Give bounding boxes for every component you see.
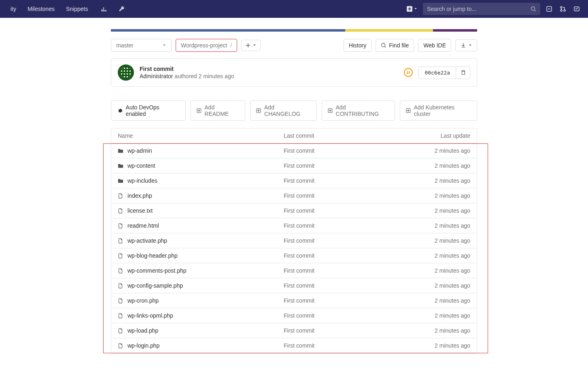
svg-point-7	[382, 43, 385, 47]
svg-rect-10	[462, 71, 465, 75]
nav-milestones[interactable]: Milestones	[23, 3, 59, 15]
plus-square-icon	[197, 108, 202, 113]
folder-icon	[118, 163, 123, 169]
branch-selector[interactable]: master	[111, 39, 172, 52]
commit-sha[interactable]: 00c6e22a	[418, 66, 456, 79]
file-update: 2 minutes ago	[414, 327, 470, 334]
file-name[interactable]: wp-includes	[118, 177, 284, 184]
file-icon	[118, 208, 123, 213]
file-update: 2 minutes ago	[414, 177, 470, 184]
file-name[interactable]: wp-comments-post.php	[118, 267, 284, 274]
file-commit[interactable]: First commit	[284, 207, 414, 214]
file-name[interactable]: index.php	[118, 192, 284, 199]
add-to-tree-dropdown[interactable]	[241, 40, 261, 51]
file-commit[interactable]: First commit	[284, 327, 414, 334]
table-row: wp-load.phpFirst commit2 minutes ago	[111, 323, 477, 338]
file-commit[interactable]: First commit	[284, 342, 414, 349]
folder-icon	[118, 178, 123, 184]
file-commit[interactable]: First commit	[284, 162, 414, 169]
table-row: wp-contentFirst commit2 minutes ago	[111, 158, 477, 173]
avatar[interactable]	[118, 64, 134, 81]
file-commit[interactable]: First commit	[284, 237, 414, 244]
file-name[interactable]: license.txt	[118, 207, 284, 214]
col-header-name: Name	[118, 132, 284, 139]
auto-devops-button[interactable]: Auto DevOps enabled	[111, 100, 186, 121]
file-icon	[118, 328, 123, 333]
svg-point-1	[531, 7, 535, 11]
table-row: wp-cron.phpFirst commit2 minutes ago	[111, 293, 477, 308]
merge-requests-icon[interactable]	[558, 4, 568, 14]
file-name[interactable]: wp-cron.php	[118, 297, 284, 304]
issues-icon[interactable]	[544, 4, 554, 14]
breadcrumb-project: Wordpress-project	[181, 42, 227, 49]
add-kubernetes-button[interactable]: Add Kubernetes cluster	[400, 100, 477, 121]
file-name[interactable]: wp-admin	[118, 147, 284, 154]
commit-author[interactable]: Administrator	[140, 73, 173, 79]
file-update: 2 minutes ago	[414, 162, 470, 169]
file-commit[interactable]: First commit	[284, 147, 414, 154]
table-row: wp-activate.phpFirst commit2 minutes ago	[111, 233, 477, 248]
plus-square-icon	[256, 108, 261, 113]
file-commit[interactable]: First commit	[284, 297, 414, 304]
chevron-down-icon	[253, 44, 256, 47]
nav-activity[interactable]: ity	[6, 3, 20, 15]
nav-snippets[interactable]: Snippets	[62, 3, 92, 15]
file-commit[interactable]: First commit	[284, 267, 414, 274]
file-name[interactable]: wp-activate.php	[118, 237, 284, 244]
file-update: 2 minutes ago	[414, 207, 470, 214]
search-input[interactable]	[427, 6, 531, 12]
pipeline-status-pending-icon[interactable]	[404, 68, 413, 77]
analytics-icon[interactable]	[99, 4, 109, 14]
file-name[interactable]: wp-content	[118, 162, 284, 169]
file-commit[interactable]: First commit	[284, 282, 414, 289]
file-commit[interactable]: First commit	[284, 177, 414, 184]
file-name[interactable]: wp-links-opml.php	[118, 312, 284, 319]
table-row: wp-blog-header.phpFirst commit2 minutes …	[111, 248, 477, 263]
download-icon	[461, 43, 466, 48]
file-icon	[118, 283, 123, 288]
col-header-update: Last update	[414, 132, 470, 139]
file-name[interactable]: wp-blog-header.php	[118, 252, 284, 259]
file-update: 2 minutes ago	[414, 192, 470, 199]
file-name[interactable]: wp-load.php	[118, 327, 284, 334]
svg-point-4	[560, 10, 562, 11]
file-name[interactable]: wp-config-sample.php	[118, 282, 284, 289]
file-update: 2 minutes ago	[414, 342, 470, 349]
file-commit[interactable]: First commit	[284, 252, 414, 259]
copy-icon	[460, 70, 466, 75]
wrench-icon[interactable]	[117, 4, 127, 14]
search-box[interactable]	[423, 3, 540, 15]
commit-meta: Administrator authored 2 minutes ago	[140, 73, 398, 79]
file-icon	[118, 193, 123, 199]
file-update: 2 minutes ago	[414, 237, 470, 244]
file-update: 2 minutes ago	[414, 252, 470, 259]
branch-name: master	[116, 42, 134, 49]
breadcrumb[interactable]: Wordpress-project /	[176, 39, 237, 52]
table-row: wp-links-opml.phpFirst commit2 minutes a…	[111, 308, 477, 323]
download-dropdown[interactable]	[455, 39, 477, 51]
navbar: ity Milestones Snippets	[0, 0, 588, 18]
commit-title[interactable]: First commit	[140, 66, 398, 72]
todos-icon[interactable]	[572, 4, 582, 14]
history-button[interactable]: History	[344, 39, 372, 52]
add-contributing-button[interactable]: Add CONTRIBUTING	[322, 100, 395, 121]
web-ide-button[interactable]: Web IDE	[418, 39, 451, 52]
create-new-dropdown[interactable]	[405, 4, 419, 13]
file-commit[interactable]: First commit	[284, 312, 414, 319]
file-tree-table: Name Last commit Last update wp-adminFir…	[111, 128, 477, 354]
copy-sha-button[interactable]	[456, 66, 470, 79]
file-update: 2 minutes ago	[414, 267, 470, 274]
add-changelog-button[interactable]: Add CHANGELOG	[250, 100, 316, 121]
file-commit[interactable]: First commit	[284, 222, 414, 229]
file-name[interactable]: wp-login.php	[118, 342, 284, 349]
find-file-button[interactable]: Find file	[376, 39, 414, 52]
table-row: readme.htmlFirst commit2 minutes ago	[111, 218, 477, 233]
file-icon	[118, 223, 123, 228]
file-icon	[118, 298, 123, 303]
folder-icon	[118, 148, 123, 154]
search-icon	[381, 43, 386, 48]
file-update: 2 minutes ago	[414, 282, 470, 289]
file-name[interactable]: readme.html	[118, 222, 284, 229]
add-readme-button[interactable]: Add README	[191, 100, 246, 121]
file-commit[interactable]: First commit	[284, 192, 414, 199]
